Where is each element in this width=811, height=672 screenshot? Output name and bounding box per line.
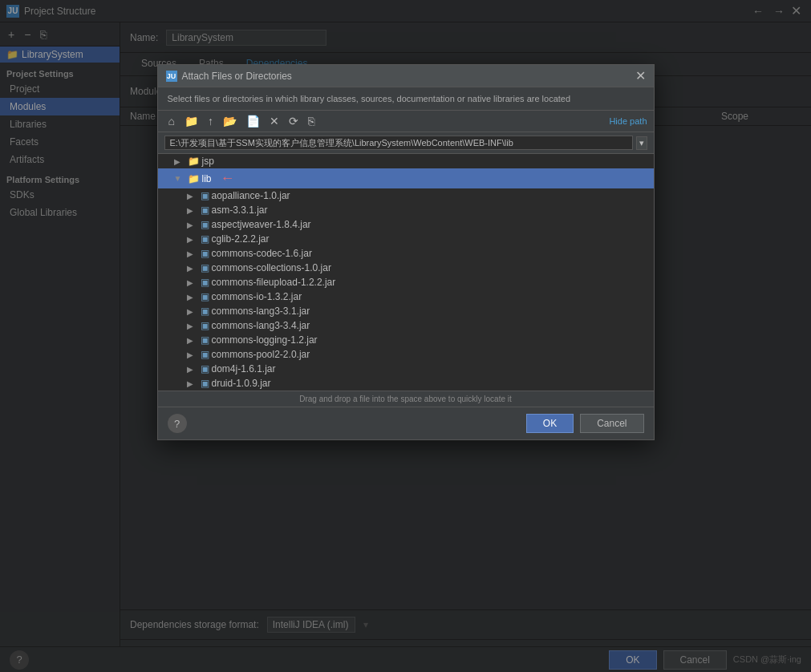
- modal-cancel-button[interactable]: Cancel: [580, 414, 643, 433]
- tree-item-commons-pool2[interactable]: ▶ ▣ commons-pool2-2.0.jar: [158, 347, 654, 362]
- tree-label-commons-collections: commons-collections-1.0.jar: [212, 262, 331, 273]
- jar-icon-commons-lang3-2: ▣: [201, 320, 209, 331]
- tree-arrow-commons-lang3-1: ▶: [187, 307, 198, 316]
- tree-item-lib[interactable]: ▼ 📁 lib ←: [158, 168, 654, 188]
- tree-label-commons-logging: commons-logging-1.2.jar: [212, 334, 318, 346]
- file-tree: ▶ 📁 jsp ▼ 📁 lib ← ▶ ▣ aopalliance-1.0.ja…: [158, 154, 654, 391]
- tree-item-commons-lang3-2[interactable]: ▶ ▣ commons-lang3-3.4.jar: [158, 318, 654, 333]
- jar-icon-commons-logging: ▣: [201, 334, 209, 346]
- tree-arrow-commons-pool2: ▶: [187, 350, 198, 359]
- tree-arrow-aopalliance: ▶: [187, 192, 198, 200]
- tree-item-commons-logging[interactable]: ▶ ▣ commons-logging-1.2.jar: [158, 333, 654, 347]
- modal-footer-buttons: OK Cancel: [526, 414, 644, 433]
- folder-icon-jsp: 📁: [188, 156, 200, 167]
- tree-label-cglib: cglib-2.2.2.jar: [212, 233, 270, 245]
- jar-icon-commons-fileupload: ▣: [201, 277, 209, 288]
- tree-arrow-commons-logging: ▶: [187, 336, 198, 345]
- jar-icon-aopalliance: ▣: [201, 190, 209, 201]
- modal-title: Attach Files or Directories: [182, 71, 635, 82]
- tree-item-jsp[interactable]: ▶ 📁 jsp: [158, 154, 654, 168]
- modal-overlay: JU Attach Files or Directories ✕ Select …: [0, 0, 811, 672]
- go-up-button[interactable]: ↑: [204, 114, 217, 128]
- hide-path-button[interactable]: Hide path: [609, 116, 647, 126]
- selection-arrow-icon: ←: [221, 170, 235, 187]
- tree-label-druid: druid-1.0.9.jar: [212, 378, 271, 389]
- tree-item-aopalliance[interactable]: ▶ ▣ aopalliance-1.0.jar: [158, 188, 654, 203]
- tree-arrow-jsp: ▶: [174, 157, 185, 166]
- tree-label-lib: lib: [202, 173, 212, 184]
- tree-item-dom4j[interactable]: ▶ ▣ dom4j-1.6.1.jar: [158, 362, 654, 376]
- folder-icon-lib: 📁: [188, 173, 200, 184]
- modal-hint: Drag and drop a file into the space abov…: [158, 391, 654, 407]
- tree-item-commons-fileupload[interactable]: ▶ ▣ commons-fileupload-1.2.2.jar: [158, 275, 654, 289]
- tree-arrow-cglib: ▶: [187, 235, 198, 244]
- modal-title-bar: JU Attach Files or Directories ✕: [158, 65, 654, 87]
- tree-arrow-asm: ▶: [187, 206, 198, 215]
- tree-item-cglib[interactable]: ▶ ▣ cglib-2.2.2.jar: [158, 232, 654, 246]
- tree-item-commons-io[interactable]: ▶ ▣ commons-io-1.3.2.jar: [158, 289, 654, 304]
- tree-label-asm: asm-3.3.1.jar: [212, 204, 268, 216]
- tree-label-commons-fileupload: commons-fileupload-1.2.2.jar: [212, 277, 336, 288]
- jar-icon-dom4j: ▣: [201, 363, 209, 374]
- modal-close-icon[interactable]: ✕: [635, 68, 646, 83]
- jar-icon-cglib: ▣: [201, 233, 209, 245]
- tree-label-dom4j: dom4j-1.6.1.jar: [212, 363, 276, 374]
- new-folder-button[interactable]: 📁: [180, 114, 202, 128]
- jar-icon-asm: ▣: [201, 204, 209, 216]
- tree-arrow-lib: ▼: [174, 174, 185, 183]
- jar-icon-commons-io: ▣: [201, 291, 209, 302]
- tree-item-commons-lang3-1[interactable]: ▶ ▣ commons-lang3-3.1.jar: [158, 304, 654, 318]
- modal-ok-button[interactable]: OK: [526, 414, 574, 433]
- modal-path-bar: ▾: [158, 132, 654, 154]
- tree-arrow-commons-codec: ▶: [187, 249, 198, 258]
- jar-icon-aspectjweaver: ▣: [201, 219, 209, 230]
- tree-arrow-commons-lang3-2: ▶: [187, 322, 198, 330]
- tree-arrow-aspectjweaver: ▶: [187, 221, 198, 229]
- tree-item-commons-collections[interactable]: ▶ ▣ commons-collections-1.0.jar: [158, 261, 654, 275]
- jar-icon-druid: ▣: [201, 378, 209, 389]
- tree-label-commons-pool2: commons-pool2-2.0.jar: [212, 349, 310, 360]
- create-folder-button[interactable]: 📂: [219, 114, 241, 128]
- tree-label-jsp: jsp: [202, 156, 214, 167]
- modal-toolbar-left: ⌂ 📁 ↑ 📂 📄 ✕ ⟳ ⎘: [164, 114, 318, 128]
- tree-arrow-commons-io: ▶: [187, 293, 198, 302]
- path-input[interactable]: [164, 136, 633, 150]
- tree-item-aspectjweaver[interactable]: ▶ ▣ aspectjweaver-1.8.4.jar: [158, 217, 654, 232]
- delete-button[interactable]: ✕: [266, 114, 283, 128]
- add-file-button[interactable]: 📄: [242, 114, 264, 128]
- tree-arrow-commons-fileupload: ▶: [187, 278, 198, 287]
- help-button[interactable]: ?: [168, 414, 187, 433]
- home-button[interactable]: ⌂: [164, 114, 179, 128]
- jar-icon-commons-codec: ▣: [201, 248, 209, 259]
- tree-label-commons-lang3-1: commons-lang3-3.1.jar: [212, 306, 310, 317]
- jar-icon-commons-lang3-1: ▣: [201, 306, 209, 317]
- tree-item-commons-codec[interactable]: ▶ ▣ commons-codec-1.6.jar: [158, 246, 654, 261]
- copy-button[interactable]: ⎘: [304, 114, 318, 128]
- modal-app-icon: JU: [166, 71, 177, 82]
- tree-item-asm[interactable]: ▶ ▣ asm-3.3.1.jar: [158, 203, 654, 217]
- jar-icon-commons-collections: ▣: [201, 262, 209, 273]
- refresh-button[interactable]: ⟳: [285, 114, 302, 128]
- modal-footer: ? OK Cancel: [158, 407, 654, 439]
- attach-files-modal: JU Attach Files or Directories ✕ Select …: [157, 64, 655, 440]
- jar-icon-commons-pool2: ▣: [201, 349, 209, 360]
- tree-label-commons-lang3-2: commons-lang3-3.4.jar: [212, 320, 310, 331]
- tree-arrow-dom4j: ▶: [187, 365, 198, 374]
- modal-toolbar: ⌂ 📁 ↑ 📂 📄 ✕ ⟳ ⎘ Hide path: [158, 111, 654, 132]
- tree-label-commons-codec: commons-codec-1.6.jar: [212, 248, 312, 259]
- tree-arrow-druid: ▶: [187, 379, 198, 388]
- tree-item-druid[interactable]: ▶ ▣ druid-1.0.9.jar: [158, 376, 654, 391]
- tree-label-aspectjweaver: aspectjweaver-1.8.4.jar: [212, 219, 311, 230]
- modal-description: Select files or directories in which lib…: [158, 87, 654, 111]
- tree-label-aopalliance: aopalliance-1.0.jar: [212, 190, 290, 201]
- path-dropdown-button[interactable]: ▾: [636, 136, 647, 150]
- tree-arrow-commons-collections: ▶: [187, 264, 198, 273]
- tree-label-commons-io: commons-io-1.3.2.jar: [212, 291, 302, 302]
